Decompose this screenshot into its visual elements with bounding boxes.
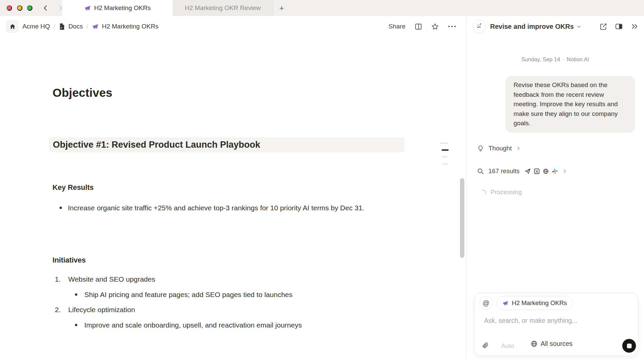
close-window-button[interactable] <box>7 5 12 11</box>
breadcrumb-label: Acme HQ <box>22 23 50 30</box>
ai-thread-title-dropdown[interactable]: Revise and improve OKRs <box>490 23 581 30</box>
breadcrumb: Acme HQ / Docs / H2 Marketing OKRs <box>0 20 159 33</box>
tab-label: H2 Marketing OKRs <box>94 4 151 12</box>
breadcrumb-item-docs[interactable]: Docs <box>59 23 83 30</box>
spinner-icon <box>481 190 486 195</box>
page-title[interactable]: Objectives <box>53 86 112 99</box>
ai-composer: @ H2 Marketing OKRs Auto All sources <box>474 293 638 356</box>
breadcrumb-home-button[interactable] <box>6 20 19 33</box>
ellipsis-icon <box>448 25 456 27</box>
results-count-label: 167 results <box>488 167 520 175</box>
compose-icon <box>600 23 607 30</box>
chevron-left-icon <box>42 5 49 11</box>
ai-panel-header: Revise and improve OKRs <box>466 16 644 37</box>
zoom-window-button[interactable] <box>27 5 32 11</box>
all-sources-button[interactable]: All sources <box>531 340 572 348</box>
chat-date: Sunday, Sep 14 <box>521 56 560 62</box>
thought-expander[interactable]: Thought <box>477 145 521 152</box>
notion-source-icon: N <box>534 168 540 174</box>
scrollbar-thumb[interactable] <box>460 178 464 258</box>
home-icon <box>9 23 16 30</box>
more-options-button[interactable] <box>448 25 456 27</box>
star-icon <box>431 23 439 30</box>
thought-label: Thought <box>488 145 512 152</box>
document-canvas: Objectives Objective #1: Revised Product… <box>0 37 466 359</box>
toolbar: Acme HQ / Docs / H2 Marketing OKRs Share <box>0 16 466 37</box>
separator-dot: · <box>562 56 564 62</box>
double-chevron-right-icon <box>631 23 639 30</box>
chevron-down-icon <box>576 24 581 29</box>
toc-indicator-dash[interactable] <box>440 143 448 144</box>
breadcrumb-label: Docs <box>68 23 83 30</box>
bullet-item-key-result[interactable]: Increase organic site traffic +25% and a… <box>68 202 391 214</box>
processing-status: Processing <box>481 189 522 196</box>
favorite-button[interactable] <box>431 23 439 30</box>
source-icons: N <box>525 168 558 174</box>
search-icon <box>477 168 484 175</box>
minimize-window-button[interactable] <box>17 5 22 11</box>
sub-bullet-item[interactable]: Ship AI pricing and feature pages; add S… <box>84 288 292 301</box>
paperclip-icon <box>482 342 489 349</box>
nav-back-button[interactable] <box>41 3 50 13</box>
processing-label: Processing <box>490 189 522 196</box>
globe-icon <box>531 340 538 347</box>
ai-thread-title: Revise and improve OKRs <box>490 23 574 30</box>
search-results-expander[interactable]: 167 results N <box>477 167 567 175</box>
ai-panel-actions <box>600 22 644 30</box>
share-button[interactable]: Share <box>388 23 405 30</box>
sub-bullet-item[interactable]: Improve and scale onboarding, upsell, an… <box>84 319 302 331</box>
svg-text:N: N <box>536 169 538 173</box>
stop-generation-button[interactable] <box>622 339 636 353</box>
list-number: 2. <box>55 303 65 316</box>
mention-button[interactable]: @ <box>479 296 493 310</box>
heading-initiatives[interactable]: Initiatives <box>53 256 86 265</box>
ai-prompt-input[interactable] <box>484 317 625 325</box>
heading-block-objective-1[interactable]: Objective #1: Revised Product Launch Pla… <box>49 137 404 152</box>
auto-mode-label[interactable]: Auto <box>501 342 514 350</box>
lightbulb-icon <box>477 145 484 152</box>
notion-ai-avatar <box>472 20 486 33</box>
megaphone-icon <box>502 300 509 306</box>
split-view-icon <box>415 23 422 30</box>
collapse-panel-button[interactable] <box>631 23 639 30</box>
all-sources-label: All sources <box>541 340 572 348</box>
chevron-right-icon <box>516 146 521 151</box>
new-tab-button[interactable]: + <box>276 3 288 13</box>
bullet-marker <box>60 207 62 209</box>
tab-h2-marketing-okr-review[interactable]: H2 Marketing OKR Review <box>173 0 273 16</box>
chat-author: Notion AI <box>567 56 589 62</box>
toolbar-actions: Share <box>388 23 466 30</box>
toc-indicator-dash[interactable] <box>442 156 447 157</box>
ai-face-icon <box>475 23 483 30</box>
user-message-bubble: Revise these OKRs based on the feedback … <box>505 76 635 133</box>
toc-indicator-dash[interactable] <box>442 163 448 164</box>
megaphone-icon <box>84 5 91 12</box>
sidebar-right-icon <box>615 22 623 30</box>
titlebar: H2 Marketing OKRs H2 Marketing OKR Revie… <box>0 0 644 16</box>
megaphone-icon <box>92 23 99 30</box>
bullet-marker <box>75 324 77 326</box>
context-chip-label: H2 Marketing OKRs <box>512 299 567 307</box>
web-source-icon <box>543 168 549 174</box>
numbered-item[interactable]: Website and SEO upgrades <box>68 273 155 285</box>
new-chat-button[interactable] <box>600 23 607 30</box>
open-side-panel-button[interactable] <box>415 23 422 30</box>
numbered-item[interactable]: Lifecycle optimization <box>68 303 135 316</box>
heading-key-results[interactable]: Key Results <box>53 184 94 192</box>
breadcrumb-separator: / <box>87 23 88 30</box>
slack-source-icon <box>552 168 558 174</box>
toggle-panel-button[interactable] <box>615 22 623 30</box>
chat-date-line: Sunday, Sep 14·Notion AI <box>466 56 644 63</box>
document-icon <box>59 23 65 30</box>
breadcrumb-label: H2 Marketing OKRs <box>102 23 159 30</box>
breadcrumb-separator: / <box>54 23 55 30</box>
context-chip-h2-marketing-okrs[interactable]: H2 Marketing OKRs <box>496 296 573 310</box>
breadcrumb-item-acme-hq[interactable]: Acme HQ <box>22 23 50 30</box>
tab-h2-marketing-okrs[interactable]: H2 Marketing OKRs <box>62 0 173 16</box>
bullet-marker <box>75 293 77 296</box>
list-number: 1. <box>55 273 65 285</box>
breadcrumb-item-h2-marketing-okrs[interactable]: H2 Marketing OKRs <box>92 23 159 30</box>
toc-indicator-dash-active[interactable] <box>442 149 449 151</box>
send-source-icon <box>525 168 531 174</box>
attach-button[interactable] <box>482 339 494 351</box>
